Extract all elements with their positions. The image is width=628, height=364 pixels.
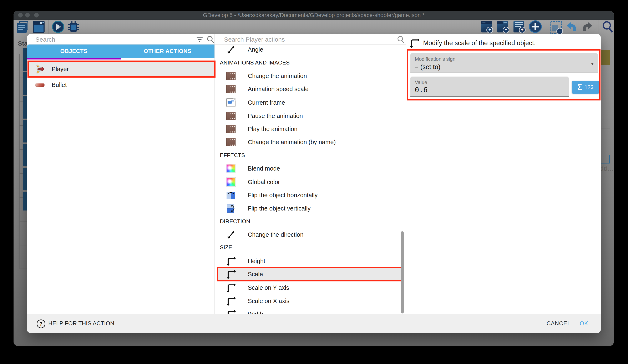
resize-icon bbox=[226, 256, 236, 266]
search-icon[interactable] bbox=[207, 35, 215, 44]
player-ship-icon bbox=[35, 63, 45, 75]
action-item-global-color[interactable]: Global color bbox=[215, 175, 400, 189]
resize-icon bbox=[226, 283, 236, 293]
active-tab-underline bbox=[27, 58, 121, 60]
action-item-scale-x[interactable]: Scale on X axis bbox=[215, 294, 400, 308]
background-row-line bbox=[601, 83, 610, 83]
redo-icon[interactable] bbox=[582, 21, 593, 32]
sigma-icon: Σ bbox=[578, 83, 582, 92]
film-strip-icon bbox=[226, 125, 236, 133]
resize-icon bbox=[409, 38, 419, 48]
modification-sign-value: = (set to) bbox=[415, 63, 440, 71]
direction-arrow-icon bbox=[226, 45, 236, 54]
window-title: GDevelop 5 - /Users/dkarakay/Documents/G… bbox=[13, 11, 614, 20]
background-condition-block bbox=[23, 168, 27, 190]
add-object-icon[interactable]: + bbox=[481, 21, 492, 32]
tab-objects[interactable]: OBJECTS bbox=[27, 45, 121, 58]
action-item-flip-vertically[interactable]: Flip the object vertically bbox=[215, 202, 400, 215]
add-subevent-icon[interactable]: + bbox=[497, 21, 508, 32]
search-icon[interactable] bbox=[601, 20, 614, 33]
object-search-input[interactable] bbox=[35, 36, 182, 43]
field-label: Modification's sign bbox=[415, 56, 455, 62]
flip-vertical-icon bbox=[226, 204, 236, 213]
actions-search-input[interactable] bbox=[224, 36, 387, 43]
toolbar-separator bbox=[48, 20, 49, 34]
film-strip-icon bbox=[226, 72, 236, 80]
cancel-button[interactable]: CANCEL bbox=[547, 320, 571, 327]
debug-icon[interactable] bbox=[68, 21, 79, 33]
background-condition-block bbox=[23, 144, 27, 166]
flip-horizontal-icon bbox=[226, 190, 236, 200]
toolbar-separator bbox=[546, 20, 546, 33]
background-scene-label: Sta bbox=[18, 40, 28, 47]
value-input-text: 0.6 bbox=[415, 86, 427, 94]
help-button[interactable]: HELP FOR THIS ACTION bbox=[48, 320, 114, 327]
chevron-down-icon[interactable]: ▼ bbox=[590, 61, 595, 66]
action-section-header: SIZE bbox=[220, 244, 232, 251]
object-name: Player bbox=[52, 66, 69, 73]
background-event-row bbox=[19, 221, 27, 245]
add-event-icon[interactable] bbox=[529, 20, 542, 33]
expression-editor-button[interactable]: Σ 123 bbox=[572, 81, 599, 94]
help-icon[interactable]: ? bbox=[37, 319, 45, 328]
search-icon[interactable] bbox=[397, 35, 405, 44]
film-strip-icon bbox=[226, 112, 236, 120]
action-item-play-animation[interactable]: Play the animation bbox=[215, 122, 400, 136]
play-icon[interactable] bbox=[52, 21, 64, 33]
action-item-change-direction[interactable]: Change the direction bbox=[215, 228, 400, 242]
action-item-angle[interactable]: Angle bbox=[215, 43, 400, 56]
action-item-change-animation-by-name[interactable]: Change the animation (by name) bbox=[215, 135, 400, 149]
background-event-row bbox=[19, 245, 27, 269]
action-item-pause-animation[interactable]: Pause the animation bbox=[215, 109, 400, 123]
remove-event-icon[interactable]: – bbox=[550, 21, 562, 34]
object-list-item-bullet[interactable]: Bullet bbox=[27, 78, 215, 92]
background-row-line bbox=[601, 128, 610, 129]
action-item-animation-speed-scale[interactable]: Animation speed scale bbox=[215, 82, 400, 96]
action-section-header: DIRECTION bbox=[220, 218, 250, 225]
background-row-line bbox=[601, 106, 610, 106]
screenshot-root: GDevelop 5 - /Users/dkarakay/Documents/G… bbox=[0, 0, 628, 364]
background-add-box bbox=[601, 155, 610, 164]
film-strip-icon bbox=[226, 138, 236, 146]
action-section-header: ANIMATIONS AND IMAGES bbox=[220, 60, 290, 66]
action-section-header: EFFECTS bbox=[220, 152, 245, 159]
color-palette-icon bbox=[226, 164, 236, 173]
action-item-change-animation[interactable]: Change the animation bbox=[215, 69, 400, 83]
action-item-height[interactable]: Height bbox=[215, 254, 400, 268]
column-divider bbox=[406, 34, 406, 314]
toolbar-separator bbox=[598, 20, 598, 33]
background-condition-block bbox=[23, 192, 27, 210]
background-condition-block bbox=[23, 48, 27, 71]
filter-icon[interactable] bbox=[196, 36, 204, 43]
ok-button[interactable]: OK bbox=[580, 320, 588, 327]
actions-scrollbar-thumb[interactable] bbox=[401, 231, 404, 313]
action-item-scale[interactable]: Scale bbox=[215, 267, 400, 281]
undo-icon[interactable] bbox=[565, 21, 577, 32]
action-item-flip-horizontally[interactable]: Flip the object horizontally bbox=[215, 188, 400, 202]
action-item-blend-mode[interactable]: Blend mode bbox=[215, 162, 400, 175]
tab-other-actions[interactable]: OTHER ACTIONS bbox=[121, 45, 215, 58]
bullet-icon bbox=[35, 83, 45, 87]
color-palette-icon bbox=[226, 178, 236, 186]
expression-button-label: 123 bbox=[584, 84, 593, 90]
field-label: Value bbox=[415, 79, 427, 85]
object-name: Bullet bbox=[52, 81, 67, 88]
resize-icon bbox=[226, 269, 236, 279]
background-selected-block bbox=[601, 50, 610, 65]
action-item-scale-y[interactable]: Scale on Y axis bbox=[215, 281, 400, 295]
object-list-item-player[interactable]: Player bbox=[27, 62, 215, 76]
value-input[interactable] bbox=[410, 76, 569, 97]
add-comment-icon[interactable]: + bbox=[513, 21, 524, 32]
frame-icon bbox=[226, 98, 236, 107]
background-condition-block bbox=[23, 72, 27, 95]
action-description: Modify the scale of the specified object… bbox=[423, 39, 536, 47]
background-condition-block bbox=[23, 96, 27, 119]
background-add-text: dd... bbox=[600, 164, 614, 173]
scene-window-icon[interactable] bbox=[33, 21, 45, 33]
film-strip-icon bbox=[226, 85, 236, 93]
project-manager-icon[interactable] bbox=[17, 21, 29, 33]
resize-icon bbox=[226, 296, 236, 306]
action-item-current-frame[interactable]: Current frame bbox=[215, 96, 400, 109]
direction-arrow-icon bbox=[226, 230, 236, 239]
background-condition-block bbox=[23, 120, 27, 142]
